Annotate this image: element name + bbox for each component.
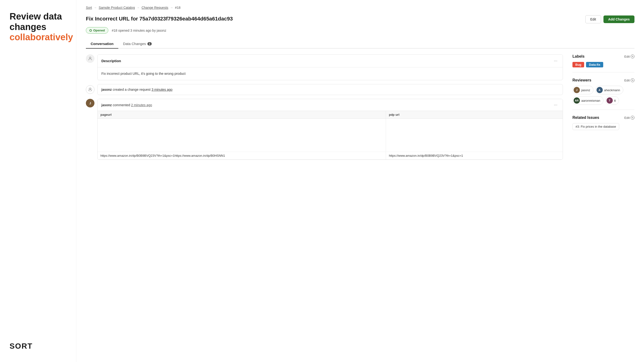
table-row-data: https://www.amazon.in/dp/B0B9BVQ23V?th=1… — [98, 152, 563, 160]
conversation-column: Description ··· Fix incorrect product UR… — [86, 54, 563, 160]
reviewers-edit-label: Edit — [624, 79, 630, 82]
add-changes-button[interactable]: Add Changes — [604, 15, 634, 23]
sidebar-headline: Review data changes collaboratively — [10, 11, 66, 43]
activity-icon — [86, 85, 94, 94]
labels-row: Bug Data:fix — [572, 62, 634, 67]
status-badge: Opened — [86, 27, 108, 34]
reviewers-title: Reviewers — [572, 78, 591, 82]
cell-pdpurl-empty — [386, 119, 563, 152]
comment-action: commented — [112, 103, 130, 107]
description-card: Description ··· Fix incorrect product UR… — [97, 54, 563, 80]
comment-header: jasonz commented 2 minutes ago ··· — [98, 99, 563, 111]
action-buttons: Edit Add Changes — [585, 15, 634, 23]
headline-highlight: collaboratively — [10, 32, 73, 42]
activity-action: created a change request — [112, 88, 152, 91]
cell-pageurl-value: https://www.amazon.in/dp/B0B9BVQ23V?th=1… — [98, 152, 386, 160]
right-sidebar: Labels Edit ✎ Bug Data:fix Reviewers Edi… — [572, 54, 634, 135]
cell-pageurl-empty — [98, 119, 386, 152]
left-sidebar: Review data changes collaboratively SORT — [0, 0, 76, 362]
comment-time: 2 minutes ago — [131, 103, 152, 107]
breadcrumb-arrow-2: → — [137, 6, 140, 9]
comment-row: J jasonz commented 2 minutes ago ··· — [86, 99, 563, 160]
table-row-empty — [98, 119, 563, 152]
description-card-header: Description ··· — [98, 54, 563, 67]
breadcrumb-issue-number: #18 — [175, 6, 180, 9]
related-issues-edit-label: Edit — [624, 116, 630, 120]
breadcrumb-arrow-1: → — [94, 6, 97, 9]
sort-logo: SORT — [10, 342, 66, 351]
breadcrumb: Sort → Sample Product Catalog → Change R… — [86, 6, 634, 9]
reviewers-edit-button[interactable]: Edit ✎ — [624, 78, 634, 82]
reviewer-avatar-tt: T — [606, 97, 613, 104]
svg-point-0 — [90, 57, 91, 59]
description-more-button[interactable]: ··· — [552, 58, 559, 64]
comment-more-button[interactable]: ··· — [552, 102, 559, 108]
page-title-row: Fix Incorrect URL for 75a7d0323f79326eab… — [86, 15, 634, 23]
reviewers-edit-icon: ✎ — [631, 78, 634, 82]
comment-username: jasonz — [101, 103, 112, 107]
breadcrumb-sort[interactable]: Sort — [86, 6, 92, 9]
tab-data-changes-badge: 1 — [148, 42, 152, 45]
breadcrumb-catalog[interactable]: Sample Product Catalog — [99, 6, 135, 9]
activity-card: jasonz created a change request 3 minute… — [97, 84, 563, 95]
tab-conversation[interactable]: Conversation — [86, 39, 118, 49]
comment-header-info: jasonz commented 2 minutes ago — [101, 103, 152, 107]
comment-table: pageurl pdp url https://www.amazon.in/dp… — [98, 111, 563, 160]
reviewers-grid: J jasonz A aheckmann AR aar — [572, 86, 634, 105]
page-title: Fix Incorrect URL for 75a7d0323f79326eab… — [86, 15, 233, 22]
related-issues-header: Related Issues Edit ✎ — [572, 116, 634, 120]
breadcrumb-change-requests[interactable]: Change Requests — [142, 6, 168, 9]
tab-data-changes-label: Data Changes — [123, 42, 146, 46]
activity-time: 3 minutes ago — [152, 88, 172, 91]
reviewer-chip-jasonz: J jasonz — [572, 86, 594, 94]
description-row: Description ··· Fix incorrect product UR… — [86, 54, 563, 80]
content-layout: Description ··· Fix incorrect product UR… — [86, 54, 634, 160]
labels-edit-icon: ✎ — [631, 54, 634, 58]
reviewer-avatar-aheckmann: A — [596, 87, 603, 93]
reviewer-name-aheckmann: aheckmann — [604, 88, 620, 92]
tab-conversation-label: Conversation — [91, 42, 114, 46]
reviewer-avatar-jasonz: J — [574, 87, 580, 93]
headline-line2: changes — [10, 22, 46, 32]
activity-row: jasonz created a change request 3 minute… — [86, 84, 563, 95]
main-content: Sort → Sample Product Catalog → Change R… — [76, 0, 644, 362]
related-issues-edit-button[interactable]: Edit ✎ — [624, 116, 634, 120]
breadcrumb-arrow-3: → — [170, 6, 173, 9]
comment-avatar: J — [86, 99, 94, 107]
description-title: Description — [101, 59, 121, 63]
related-issue-chip-1: #3: Fix prices in the database — [572, 123, 619, 130]
status-label: Opened — [93, 28, 105, 32]
activity-username: jasonz — [101, 88, 112, 91]
reviewer-chip-tt: T tt — [605, 96, 619, 105]
labels-title: Labels — [572, 54, 584, 59]
reviewers-header: Reviewers Edit ✎ — [572, 78, 634, 82]
reviewer-chip-aheckmann: A aheckmann — [595, 86, 623, 94]
comment-card: jasonz commented 2 minutes ago ··· pageu… — [97, 99, 563, 160]
labels-section: Labels Edit ✎ Bug Data:fix — [572, 54, 634, 72]
status-row: Opened #18 opened 3 minutes ago by jason… — [86, 27, 634, 34]
status-meta: #18 opened 3 minutes ago by jasonz — [112, 28, 166, 32]
reviewers-section: Reviewers Edit ✎ J jasonz — [572, 78, 634, 110]
reviewer-name-aaronreisman: aaronreisman — [581, 99, 600, 102]
reviewer-chip-aaronreisman: AR aaronreisman — [572, 96, 604, 105]
labels-header: Labels Edit ✎ — [572, 54, 634, 59]
edit-button[interactable]: Edit — [585, 15, 601, 23]
label-bug: Bug — [572, 62, 584, 67]
cell-pdpurl-value: https://www.amazon.in/dp/B0B9BVQ23V?th=1… — [386, 152, 563, 160]
reviewer-name-jasonz: jasonz — [581, 88, 590, 92]
svg-point-1 — [90, 88, 91, 90]
related-issues-section: Related Issues Edit ✎ #3: Fix prices in … — [572, 116, 634, 135]
reviewer-avatar-aaronreisman: AR — [574, 97, 580, 104]
related-issues-edit-icon: ✎ — [631, 116, 634, 120]
labels-edit-button[interactable]: Edit ✎ — [624, 54, 634, 58]
col-pdpurl: pdp url — [386, 111, 563, 119]
description-avatar — [86, 54, 94, 63]
reviewer-name-tt: tt — [614, 99, 616, 102]
tab-data-changes[interactable]: Data Changes 1 — [118, 39, 156, 49]
label-datafix: Data:fix — [586, 62, 603, 67]
related-issues-title: Related Issues — [572, 116, 599, 120]
description-body: Fix incorrect product URL, it's going to… — [98, 67, 563, 80]
tabs-row: Conversation Data Changes 1 — [86, 39, 634, 49]
headline-line1: Review data — [10, 11, 62, 21]
col-pageurl: pageurl — [98, 111, 386, 119]
